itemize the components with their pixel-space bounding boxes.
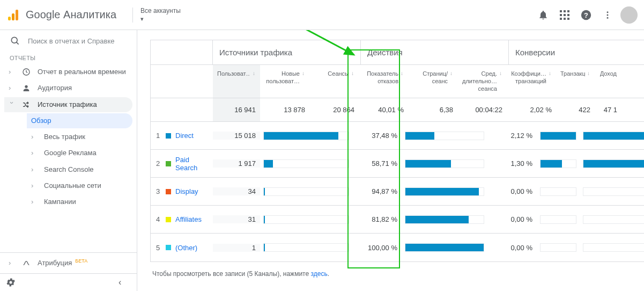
row-revenue-bar	[580, 159, 644, 168]
search-reports[interactable]: Поиск в отчетах и Справке	[0, 30, 137, 52]
row-revenue-bar	[580, 132, 644, 140]
product-name: Google Аналитика	[26, 9, 116, 21]
source-link[interactable]: Paid Search	[175, 156, 213, 172]
col-pages[interactable]: Страниц/сеанс↓	[408, 65, 457, 98]
row-source[interactable]: (Other)	[162, 244, 213, 252]
row-revenue-bar	[580, 243, 644, 252]
apps-icon[interactable]	[554, 4, 575, 26]
svg-rect-7	[564, 14, 566, 16]
nav-acquisition[interactable]: › Источник трафика	[4, 97, 132, 112]
total-transactions: 422	[556, 98, 595, 121]
table-row: 3Display3494,87 %0,00 %	[151, 178, 644, 206]
sort-desc-icon: ↓	[253, 70, 255, 77]
col-transactions[interactable]: Транзакции↓	[556, 65, 595, 98]
source-link[interactable]: (Other)	[175, 244, 197, 252]
row-users: 1	[213, 244, 260, 252]
col-conv-rate[interactable]: Коэффици… транзакций↓	[507, 65, 556, 98]
row-users: 1 917	[213, 159, 260, 168]
svg-rect-0	[8, 17, 11, 20]
row-bounce-bar	[402, 159, 487, 168]
top-bar: Google Аналитика Все аккаунты ▾ ?	[0, 0, 644, 30]
nav-search-console[interactable]: › Search Console	[27, 162, 132, 177]
col-bounce[interactable]: Показатель отказов↓	[359, 65, 408, 98]
source-link[interactable]: Direct	[175, 132, 194, 140]
col-revenue[interactable]: Доход	[595, 65, 621, 98]
svg-rect-9	[560, 18, 562, 20]
nav-label: Кампании	[44, 198, 127, 206]
svg-point-17	[11, 37, 17, 43]
row-users-bar	[260, 187, 352, 196]
nav-attribution[interactable]: › АтрибуцияБЕТА	[4, 255, 132, 271]
row-bounce: 100,00 %	[352, 244, 402, 252]
total-sessions: 20 864	[309, 98, 359, 121]
source-link[interactable]: Display	[175, 187, 198, 195]
row-conv-bar	[537, 243, 580, 252]
footer-link[interactable]: здесь	[310, 270, 327, 278]
nav-realtime[interactable]: › Отчет в реальном времени	[4, 64, 132, 79]
svg-text:?: ?	[584, 11, 588, 19]
colgroup-conversions: Конверсии	[509, 40, 644, 64]
row-rank: 4	[151, 215, 162, 223]
row-bounce-bar	[402, 215, 487, 224]
nav-google-ads[interactable]: › Google Реклама	[27, 146, 132, 161]
more-icon[interactable]	[597, 4, 618, 26]
row-bounce: 81,82 %	[352, 215, 402, 223]
account-label: Все аккаунты	[140, 7, 181, 14]
source-link[interactable]: Affiliates	[175, 215, 202, 223]
svg-rect-6	[560, 14, 562, 16]
series-color-chip	[166, 161, 171, 166]
report-content: Источники трафика Действия Конверсии Пол…	[137, 30, 644, 291]
chevron-right-icon: ›	[31, 165, 38, 174]
avatar[interactable]	[620, 6, 638, 24]
nav-label: Обзор	[31, 117, 127, 125]
column-headers-row: Пользоват…↓ Новые пользоват…↓ Сеансы↓ По…	[151, 65, 644, 98]
chevron-right-icon: ›	[31, 149, 38, 157]
row-rank: 3	[151, 187, 162, 195]
total-bounce: 40,01 %	[359, 98, 408, 121]
row-bounce-bar	[402, 187, 487, 196]
row-source[interactable]: Affiliates	[162, 215, 213, 223]
svg-rect-8	[567, 14, 569, 16]
col-users[interactable]: Пользоват…↓	[213, 65, 260, 98]
product-brand[interactable]: Google Аналитика	[6, 8, 125, 22]
col-sessions[interactable]: Сеансы↓	[309, 65, 359, 98]
col-new-users[interactable]: Новые пользоват…↓	[260, 65, 309, 98]
nav-social[interactable]: › Социальные сети	[27, 178, 132, 193]
row-conv-bar	[537, 159, 580, 168]
nav-label: АтрибуцияБЕТА	[38, 258, 127, 268]
svg-rect-4	[564, 10, 566, 12]
analytics-logo-icon	[6, 8, 20, 22]
table-row: 2Paid Search1 91758,71 %1,30 %	[151, 150, 644, 178]
chevron-down-icon: ›	[8, 101, 16, 108]
help-icon[interactable]: ?	[575, 4, 597, 26]
row-conv-bar	[537, 187, 580, 196]
table-body: 1Direct15 01837,48 %2,12 %2Paid Search1 …	[151, 122, 644, 261]
row-revenue-bar	[580, 187, 644, 196]
row-source[interactable]: Display	[162, 187, 213, 195]
notifications-icon[interactable]	[532, 4, 554, 26]
settings-icon[interactable]	[5, 277, 18, 288]
collapse-sidebar-icon[interactable]: ‹	[119, 278, 131, 287]
col-duration[interactable]: Сред. длительно… сеанса↓	[457, 65, 507, 98]
channels-table: Источники трафика Действия Конверсии Пол…	[150, 40, 644, 262]
nav-label: Аудитория	[38, 84, 127, 92]
nav-all-traffic[interactable]: › Весь трафик	[27, 129, 132, 144]
row-conv-bar	[537, 215, 580, 224]
row-conv: 0,00 %	[487, 187, 537, 195]
row-bounce: 94,87 %	[352, 187, 402, 195]
chevron-right-icon: ›	[9, 259, 15, 267]
chevron-down-icon: ▾	[140, 16, 181, 23]
svg-line-18	[17, 42, 19, 45]
nav-campaigns[interactable]: › Кампании	[27, 194, 132, 209]
nav-label: Источник трафика	[38, 100, 127, 109]
account-picker[interactable]: Все аккаунты ▾	[140, 7, 181, 23]
nav-overview[interactable]: Обзор	[27, 113, 132, 128]
chevron-right-icon: ›	[31, 181, 38, 190]
row-source[interactable]: Direct	[162, 132, 213, 140]
row-users: 34	[213, 187, 260, 195]
table-row: 4Affiliates3181,82 %0,00 %	[151, 206, 644, 234]
total-pages: 6,38	[408, 98, 457, 121]
nav-audience[interactable]: › Аудитория	[4, 81, 132, 96]
row-users-bar	[260, 215, 352, 224]
row-source[interactable]: Paid Search	[162, 156, 213, 172]
